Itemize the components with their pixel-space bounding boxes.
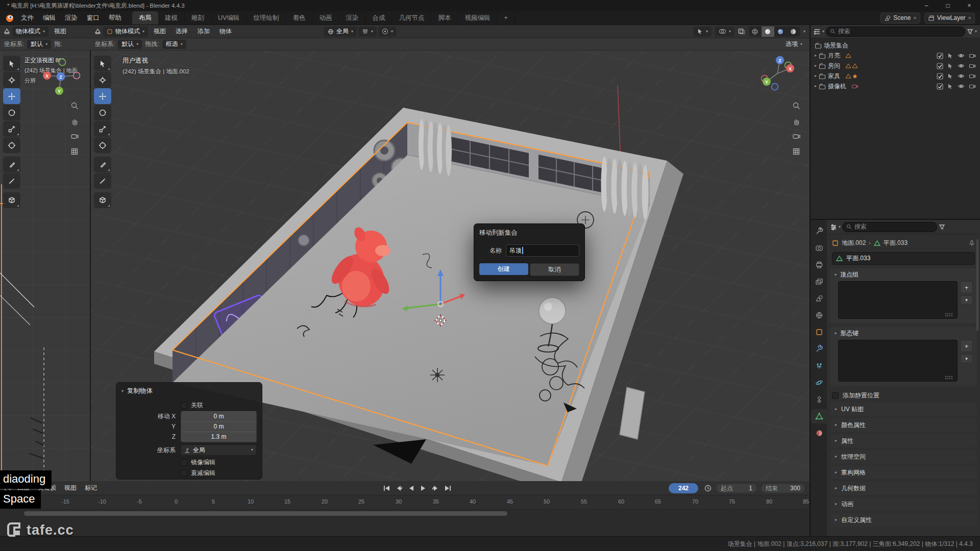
close-button[interactable]: × <box>959 0 980 11</box>
tab-shading[interactable]: 着色 <box>286 11 312 24</box>
properties-search-input[interactable]: 搜索 <box>842 222 937 232</box>
tab-geometry-nodes[interactable]: 几何节点 <box>392 11 431 24</box>
shape-keys-list[interactable] <box>838 340 958 382</box>
menu-view[interactable]: 视图 <box>150 27 170 36</box>
left-orientation-dropdown[interactable]: 默认 ▾ <box>27 40 51 49</box>
add-vertex-group-button[interactable]: + <box>960 281 973 293</box>
menu-marker[interactable]: 标记 <box>81 484 101 492</box>
jump-to-start-button[interactable] <box>382 483 391 493</box>
transform-orientation-dropdown[interactable]: 全局 ▾ <box>324 27 357 37</box>
tab-world[interactable] <box>811 308 828 322</box>
proportional-editing-dropdown[interactable]: ▾ <box>378 27 397 37</box>
mode-dropdown[interactable]: 物体模式 ▾ <box>103 27 148 37</box>
tab-output[interactable] <box>811 258 828 272</box>
shape-key-specials-button[interactable]: ▾ <box>960 354 973 363</box>
tab-physics[interactable] <box>811 375 828 390</box>
move-tool[interactable] <box>3 88 20 104</box>
breadcrumb-object[interactable]: 地面.002 <box>842 239 866 247</box>
scale-tool[interactable] <box>94 121 111 137</box>
section-uv-maps[interactable]: ▸UV 贴图 <box>830 403 977 416</box>
outliner-row-scene-collection[interactable]: 场景集合 <box>811 40 980 51</box>
vertex-groups-list[interactable] <box>838 281 958 319</box>
disable-render-camera-icon[interactable] <box>969 63 976 69</box>
grid-toggle-icon[interactable] <box>70 147 79 156</box>
pin-icon[interactable] <box>969 240 975 246</box>
shape-keys-header[interactable]: ▾ 形态键 <box>830 327 977 340</box>
outliner-search-input[interactable]: 搜索 <box>826 27 965 37</box>
tab-object-data[interactable] <box>811 409 828 423</box>
exclude-checkbox[interactable] <box>937 53 943 59</box>
play-reverse-button[interactable] <box>406 483 416 493</box>
shading-wireframe-button[interactable] <box>749 27 762 37</box>
shading-dropdown-icon[interactable]: ▾ <box>803 30 805 34</box>
vertex-group-specials-button[interactable]: ▾ <box>960 295 973 305</box>
move-x-field[interactable]: 0 m <box>181 411 257 422</box>
section-color-attributes[interactable]: ▸颜色属性 <box>830 418 977 432</box>
tab-uv-editing[interactable]: UV编辑 <box>211 11 247 24</box>
left-navigation-gizmo[interactable]: X Z Y <box>38 55 84 101</box>
selectable-icon[interactable] <box>947 73 953 79</box>
move-tool[interactable] <box>94 88 111 104</box>
tab-layout[interactable]: 布局 <box>132 11 158 24</box>
jump-to-end-button[interactable] <box>443 483 453 493</box>
properties-editor-icon[interactable] <box>830 223 837 231</box>
tab-compositing[interactable]: 合成 <box>365 11 392 24</box>
data-name-field[interactable]: 平面.033 <box>832 252 975 265</box>
hide-eye-icon[interactable] <box>958 83 965 89</box>
frame-end-field[interactable]: 结束300 <box>761 483 805 493</box>
left-menu-view[interactable]: 视图 <box>50 27 70 36</box>
menu-file[interactable]: 文件 <box>16 13 38 23</box>
move-z-field[interactable]: 1.3 m <box>181 432 257 442</box>
disable-render-camera-icon[interactable] <box>969 53 976 59</box>
zoom-icon[interactable] <box>792 102 801 110</box>
transform-tool[interactable] <box>94 137 111 153</box>
viewlayer-unlink-icon[interactable]: × <box>968 15 971 21</box>
shading-material-button[interactable] <box>774 27 787 37</box>
create-button[interactable]: 创建 <box>479 263 528 275</box>
breadcrumb-data[interactable]: 平面.033 <box>884 239 908 247</box>
shading-solid-button[interactable] <box>762 27 774 37</box>
mirror-editing-checkbox[interactable]: 镜像编辑 <box>181 457 257 468</box>
tool-orientation-dropdown[interactable]: 默认 ▾ <box>118 40 142 49</box>
section-animation[interactable]: ▸动画 <box>830 497 977 511</box>
linked-checkbox[interactable]: 关联 <box>181 400 257 411</box>
outliner-row-room[interactable]: ▸ 房间 <box>811 61 980 71</box>
cursor-tool[interactable] <box>94 72 111 88</box>
tab-constraints[interactable] <box>811 392 828 407</box>
minimize-button[interactable]: – <box>916 0 937 11</box>
main-3d-viewport[interactable]: 用户透视 (242) 场景集合 | 地面.002 X Y Z <box>91 51 810 481</box>
options-dropdown[interactable]: 选项 <box>786 40 798 48</box>
left-3d-viewport[interactable]: 正交顶视图 80° (242) 场景集合 | 地面 分辨 X Z Y <box>0 51 91 481</box>
timeline-ruler[interactable]: -20 -15 -10 -5 0 5 10 15 20 25 30 35 40 … <box>0 495 810 510</box>
measure-tool[interactable] <box>94 173 111 189</box>
current-frame-field[interactable]: 242 <box>669 483 698 493</box>
rest-position-checkbox[interactable]: 添加静置位置 <box>827 386 980 400</box>
show-gizmo-dropdown[interactable]: ▾ <box>693 27 712 37</box>
scene-selector[interactable]: Scene × <box>880 13 920 23</box>
section-texture-space[interactable]: ▸纹理空间 <box>830 450 977 463</box>
selectable-icon[interactable] <box>947 83 953 89</box>
menu-add[interactable]: 添加 <box>193 27 214 36</box>
select-box-tool[interactable] <box>3 56 20 71</box>
overlays-dropdown[interactable]: ▾ <box>715 27 734 37</box>
panel-collapse-icon[interactable]: ▾ <box>121 389 124 393</box>
expand-icon[interactable]: ▸ <box>815 64 817 68</box>
tab-scene[interactable] <box>811 291 828 306</box>
shading-rendered-button[interactable] <box>787 27 800 37</box>
next-keyframe-button[interactable] <box>431 483 440 493</box>
editor-type-icon[interactable] <box>94 28 102 35</box>
transform-tool[interactable] <box>3 137 20 153</box>
scene-unlink-icon[interactable]: × <box>913 15 916 21</box>
section-remesh[interactable]: ▸重构网格 <box>830 466 977 479</box>
tab-video-editing[interactable]: 视频编辑 <box>458 11 497 24</box>
outliner-editor-icon[interactable] <box>814 28 821 35</box>
section-custom-properties[interactable]: ▸自定义属性 <box>830 513 977 527</box>
outliner-row-camera[interactable]: ▸ 摄像机 <box>811 81 980 91</box>
rotate-tool[interactable] <box>3 105 20 120</box>
disable-render-camera-icon[interactable] <box>969 73 976 79</box>
menu-view[interactable]: 视图 <box>60 484 81 492</box>
xray-toggle-icon[interactable] <box>738 28 745 35</box>
navigation-gizmo[interactable]: X Y Z <box>754 52 800 97</box>
tab-particles[interactable] <box>811 359 828 373</box>
door[interactable] <box>620 387 645 439</box>
